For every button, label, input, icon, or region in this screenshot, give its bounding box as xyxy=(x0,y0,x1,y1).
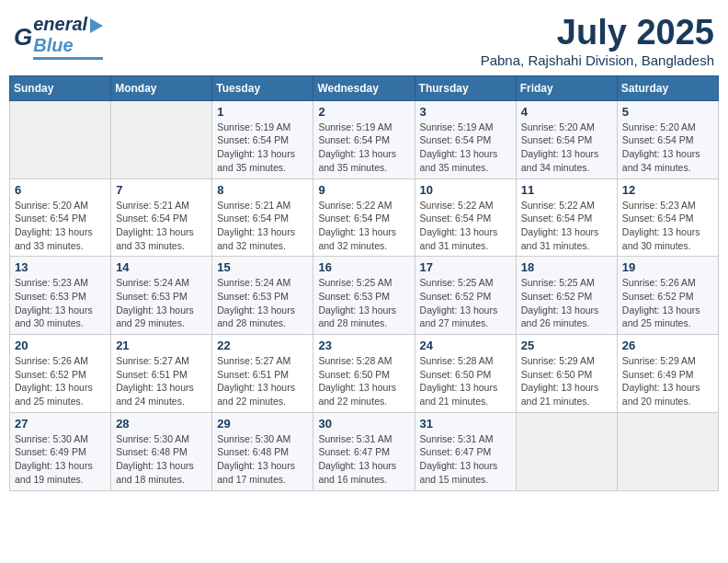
day-number: 9 xyxy=(318,183,409,197)
page-subtitle: Pabna, Rajshahi Division, Bangladesh xyxy=(481,52,714,68)
calendar-header: SundayMondayTuesdayWednesdayThursdayFrid… xyxy=(10,75,719,100)
day-detail: Sunrise: 5:22 AM Sunset: 6:54 PM Dayligh… xyxy=(521,199,612,253)
calendar-cell: 16Sunrise: 5:25 AM Sunset: 6:53 PM Dayli… xyxy=(313,257,415,335)
day-detail: Sunrise: 5:28 AM Sunset: 6:50 PM Dayligh… xyxy=(420,354,511,408)
weekday-header: Wednesday xyxy=(313,75,415,100)
weekday-header: Sunday xyxy=(10,75,111,100)
calendar-week-row: 27Sunrise: 5:30 AM Sunset: 6:49 PM Dayli… xyxy=(10,412,719,490)
day-detail: Sunrise: 5:23 AM Sunset: 6:53 PM Dayligh… xyxy=(15,276,106,330)
day-number: 22 xyxy=(217,339,308,352)
day-detail: Sunrise: 5:21 AM Sunset: 6:54 PM Dayligh… xyxy=(116,199,207,253)
day-detail: Sunrise: 5:25 AM Sunset: 6:52 PM Dayligh… xyxy=(420,276,511,330)
calendar-cell: 3Sunrise: 5:19 AM Sunset: 6:54 PM Daylig… xyxy=(415,100,516,178)
day-detail: Sunrise: 5:27 AM Sunset: 6:51 PM Dayligh… xyxy=(116,354,207,408)
day-number: 15 xyxy=(217,260,308,274)
day-number: 28 xyxy=(116,417,207,431)
day-number: 2 xyxy=(318,105,409,119)
day-number: 1 xyxy=(217,105,308,119)
day-detail: Sunrise: 5:22 AM Sunset: 6:54 PM Dayligh… xyxy=(318,199,409,253)
calendar-cell: 22Sunrise: 5:27 AM Sunset: 6:51 PM Dayli… xyxy=(212,335,313,413)
day-number: 7 xyxy=(116,183,207,197)
calendar-cell: 20Sunrise: 5:26 AM Sunset: 6:52 PM Dayli… xyxy=(10,335,111,413)
calendar-cell: 19Sunrise: 5:26 AM Sunset: 6:52 PM Dayli… xyxy=(617,257,718,335)
logo-eneral: eneral xyxy=(33,14,87,35)
day-detail: Sunrise: 5:20 AM Sunset: 6:54 PM Dayligh… xyxy=(15,199,106,253)
calendar-cell: 15Sunrise: 5:24 AM Sunset: 6:53 PM Dayli… xyxy=(212,257,313,335)
calendar-cell: 8Sunrise: 5:21 AM Sunset: 6:54 PM Daylig… xyxy=(212,178,313,257)
calendar-table: SundayMondayTuesdayWednesdayThursdayFrid… xyxy=(9,75,719,491)
calendar-cell: 17Sunrise: 5:25 AM Sunset: 6:52 PM Dayli… xyxy=(415,257,516,335)
day-number: 26 xyxy=(622,339,713,352)
calendar-cell: 29Sunrise: 5:30 AM Sunset: 6:48 PM Dayli… xyxy=(212,412,313,490)
calendar-body: 1Sunrise: 5:19 AM Sunset: 6:54 PM Daylig… xyxy=(10,100,719,490)
calendar-cell: 6Sunrise: 5:20 AM Sunset: 6:54 PM Daylig… xyxy=(10,178,111,257)
day-detail: Sunrise: 5:30 AM Sunset: 6:48 PM Dayligh… xyxy=(116,432,207,487)
day-detail: Sunrise: 5:19 AM Sunset: 6:54 PM Dayligh… xyxy=(420,121,511,175)
day-detail: Sunrise: 5:24 AM Sunset: 6:53 PM Dayligh… xyxy=(217,276,308,330)
day-number: 3 xyxy=(420,105,511,119)
calendar-cell: 27Sunrise: 5:30 AM Sunset: 6:49 PM Dayli… xyxy=(10,412,111,490)
day-number: 12 xyxy=(622,183,713,197)
logo: G eneral Blue xyxy=(14,14,103,60)
calendar-cell xyxy=(516,412,617,490)
day-detail: Sunrise: 5:27 AM Sunset: 6:51 PM Dayligh… xyxy=(217,354,308,408)
day-detail: Sunrise: 5:31 AM Sunset: 6:47 PM Dayligh… xyxy=(318,432,409,487)
calendar-cell: 23Sunrise: 5:28 AM Sunset: 6:50 PM Dayli… xyxy=(313,335,415,413)
day-number: 23 xyxy=(318,339,409,352)
day-number: 31 xyxy=(420,417,511,431)
calendar-cell: 21Sunrise: 5:27 AM Sunset: 6:51 PM Dayli… xyxy=(111,335,212,413)
calendar-week-row: 6Sunrise: 5:20 AM Sunset: 6:54 PM Daylig… xyxy=(10,178,719,257)
day-detail: Sunrise: 5:20 AM Sunset: 6:54 PM Dayligh… xyxy=(622,121,713,175)
calendar-cell xyxy=(10,100,111,178)
calendar-cell: 31Sunrise: 5:31 AM Sunset: 6:47 PM Dayli… xyxy=(415,412,516,490)
calendar-cell: 9Sunrise: 5:22 AM Sunset: 6:54 PM Daylig… xyxy=(313,178,415,257)
day-detail: Sunrise: 5:28 AM Sunset: 6:50 PM Dayligh… xyxy=(318,354,409,408)
day-detail: Sunrise: 5:29 AM Sunset: 6:49 PM Dayligh… xyxy=(622,354,713,408)
day-detail: Sunrise: 5:22 AM Sunset: 6:54 PM Dayligh… xyxy=(420,199,511,253)
calendar-cell: 24Sunrise: 5:28 AM Sunset: 6:50 PM Dayli… xyxy=(415,335,516,413)
weekday-header: Friday xyxy=(516,75,617,100)
page-title: July 2025 xyxy=(481,14,714,52)
day-number: 20 xyxy=(15,339,106,352)
calendar-cell: 26Sunrise: 5:29 AM Sunset: 6:49 PM Dayli… xyxy=(617,335,718,413)
day-detail: Sunrise: 5:23 AM Sunset: 6:54 PM Dayligh… xyxy=(622,199,713,253)
calendar-cell: 14Sunrise: 5:24 AM Sunset: 6:53 PM Dayli… xyxy=(111,257,212,335)
day-detail: Sunrise: 5:24 AM Sunset: 6:53 PM Dayligh… xyxy=(116,276,207,330)
calendar-cell: 2Sunrise: 5:19 AM Sunset: 6:54 PM Daylig… xyxy=(313,100,415,178)
day-detail: Sunrise: 5:30 AM Sunset: 6:48 PM Dayligh… xyxy=(217,432,308,487)
weekday-row: SundayMondayTuesdayWednesdayThursdayFrid… xyxy=(10,75,719,100)
day-number: 4 xyxy=(521,105,612,119)
calendar-cell: 13Sunrise: 5:23 AM Sunset: 6:53 PM Dayli… xyxy=(10,257,111,335)
day-detail: Sunrise: 5:30 AM Sunset: 6:49 PM Dayligh… xyxy=(15,432,106,487)
calendar-week-row: 1Sunrise: 5:19 AM Sunset: 6:54 PM Daylig… xyxy=(10,100,719,178)
day-number: 17 xyxy=(420,260,511,274)
day-number: 13 xyxy=(15,260,106,274)
calendar-cell: 10Sunrise: 5:22 AM Sunset: 6:54 PM Dayli… xyxy=(415,178,516,257)
calendar-cell: 30Sunrise: 5:31 AM Sunset: 6:47 PM Dayli… xyxy=(313,412,415,490)
day-number: 5 xyxy=(622,105,713,119)
day-detail: Sunrise: 5:25 AM Sunset: 6:52 PM Dayligh… xyxy=(521,276,612,330)
logo-arrow-icon xyxy=(90,18,103,33)
title-block: July 2025 Pabna, Rajshahi Division, Bang… xyxy=(481,14,714,68)
day-detail: Sunrise: 5:19 AM Sunset: 6:54 PM Dayligh… xyxy=(318,121,409,175)
day-number: 8 xyxy=(217,183,308,197)
day-detail: Sunrise: 5:25 AM Sunset: 6:53 PM Dayligh… xyxy=(318,276,409,330)
weekday-header: Saturday xyxy=(617,75,718,100)
logo-underline xyxy=(33,57,103,60)
day-number: 29 xyxy=(217,417,308,431)
logo-blue: Blue xyxy=(33,35,73,56)
day-number: 30 xyxy=(318,417,409,431)
day-number: 18 xyxy=(521,260,612,274)
day-number: 11 xyxy=(521,183,612,197)
day-number: 25 xyxy=(521,339,612,352)
day-detail: Sunrise: 5:20 AM Sunset: 6:54 PM Dayligh… xyxy=(521,121,612,175)
calendar-week-row: 13Sunrise: 5:23 AM Sunset: 6:53 PM Dayli… xyxy=(10,257,719,335)
day-number: 6 xyxy=(15,183,106,197)
day-detail: Sunrise: 5:21 AM Sunset: 6:54 PM Dayligh… xyxy=(217,199,308,253)
day-number: 10 xyxy=(420,183,511,197)
calendar-cell: 18Sunrise: 5:25 AM Sunset: 6:52 PM Dayli… xyxy=(516,257,617,335)
day-detail: Sunrise: 5:31 AM Sunset: 6:47 PM Dayligh… xyxy=(420,432,511,487)
calendar-cell: 1Sunrise: 5:19 AM Sunset: 6:54 PM Daylig… xyxy=(212,100,313,178)
calendar-week-row: 20Sunrise: 5:26 AM Sunset: 6:52 PM Dayli… xyxy=(10,335,719,413)
day-number: 14 xyxy=(116,260,207,274)
